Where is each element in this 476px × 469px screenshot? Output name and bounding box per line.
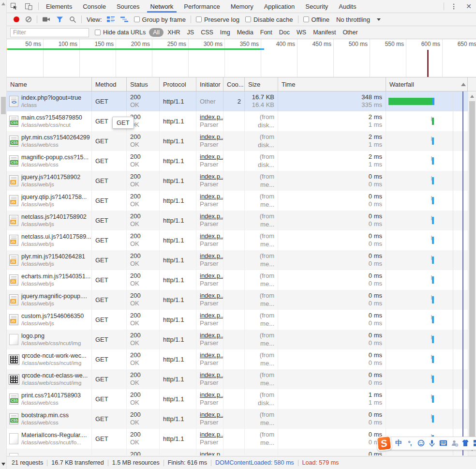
table-row[interactable]: qrcode-ncut-eclass-we.../iclass/web/css/… [7,369,468,389]
group-by-frame-checkbox[interactable]: Group by frame [134,16,186,23]
ime-chinese-mode-icon[interactable]: 中 [395,439,402,447]
filter-pill-font[interactable]: Font [257,28,275,37]
tab-elements[interactable]: Elements [41,0,77,13]
initiator-link[interactable]: index.p... [200,113,223,121]
tab-application[interactable]: Application [259,0,300,13]
initiator-link[interactable]: index.p... [200,212,223,220]
scroll-down-icon[interactable] [1,463,5,466]
table-row[interactable]: JSnetclass.ui.js?14017589.../iclass/web/… [7,230,468,250]
ime-punctuation-icon[interactable]: °, [406,439,414,447]
table-row[interactable]: JSnetclass.js?1401758902/iclass/web/jsGE… [7,211,468,230]
filter-input[interactable] [10,28,89,37]
use-large-rows-toggle[interactable] [104,16,118,23]
ime-skin-icon[interactable] [461,439,469,447]
table-row[interactable]: CSSmagnific-popup.css?15.../iclass/web/c… [7,151,468,171]
table-row[interactable]: CSSprint.css?1401758903/iclass/web/cssGE… [7,389,468,409]
table-scrollbar-thumb[interactable] [469,101,475,445]
clear-button[interactable] [22,16,35,23]
tab-performance[interactable]: Performance [178,0,225,13]
sogou-logo-icon[interactable]: S [376,435,392,451]
filter-toggle-button[interactable] [53,16,66,23]
scroll-up-icon[interactable] [470,95,474,98]
column-header-waterfall[interactable]: Waterfall [386,77,468,91]
filter-pill-media[interactable]: Media [234,28,256,37]
column-header-protocol[interactable]: Protocol [160,77,196,91]
tab-memory[interactable]: Memory [225,0,259,13]
scroll-up-icon[interactable] [1,2,5,5]
column-header-initiator[interactable]: Initiator [196,77,223,91]
table-row[interactable]: CSSbootstrap.min.css/iclass/web/cssGET20… [7,409,468,429]
initiator-link[interactable]: index.p... [200,292,223,300]
table-row[interactable]: CSSplyr.min.css?1540264299/iclass/web/cs… [7,131,468,151]
table-row[interactable]: logo.png/iclass/web/css/ncut/imgGET200OK… [7,330,468,349]
initiator-link[interactable]: index.p... [200,153,223,161]
filter-pill-img[interactable]: Img [217,28,233,37]
tab-sources[interactable]: Sources [111,0,145,13]
ime-emoji-icon[interactable] [417,439,425,447]
initiator-link[interactable]: index.p... [200,252,223,260]
initiator-link[interactable]: index.p... [200,391,223,399]
left-scrollbar-thumb[interactable] [1,97,6,114]
ime-voice-icon[interactable] [428,439,436,447]
capture-screenshots-button[interactable] [39,16,53,23]
column-header-status[interactable]: Status [127,77,160,91]
filter-pill-xhr[interactable]: XHR [164,28,183,37]
close-devtools-icon[interactable]: ✕ [461,0,476,13]
filter-pill-js[interactable]: JS [184,28,197,37]
preserve-log-checkbox[interactable]: Preserve log [196,16,239,23]
disable-cache-checkbox[interactable]: Disable cache [245,16,293,23]
table-row[interactable]: <>index.php?logout=true/iclassGET200OKht… [7,91,468,111]
show-overview-toggle[interactable] [118,16,131,23]
initiator-link[interactable]: index.p... [200,431,223,439]
initiator-link[interactable]: index.p... [200,371,223,379]
initiator-link[interactable]: index.p... [200,332,223,339]
initiator-link[interactable]: index.p... [200,232,223,240]
filter-pill-all[interactable]: All [149,28,164,37]
initiator-link[interactable]: index.p... [200,272,223,280]
more-options-icon[interactable]: ⋮ [446,0,461,13]
ime-toolbox-grid-icon[interactable] [473,439,476,447]
tab-security[interactable]: Security [300,0,333,13]
table-row[interactable]: qrcode-ncut-work-wec.../iclass/web/css/n… [7,349,468,369]
initiator-link[interactable]: index.p... [200,312,223,319]
table-row[interactable]: CSSmain.css?1545879850/iclass/web/css/nc… [7,111,468,131]
table-row[interactable]: JSjquery.magnific-popup..../iclass/web/j… [7,290,468,310]
filter-pill-other[interactable]: Other [340,28,360,37]
left-scrollbar[interactable] [0,0,7,469]
record-button[interactable] [11,16,22,22]
hide-data-urls-checkbox[interactable]: Hide data URLs [95,29,146,36]
inspect-element-button[interactable] [7,0,21,13]
table-scrollbar[interactable] [468,92,476,456]
ime-account-icon[interactable] [450,439,458,447]
tab-network[interactable]: Network [145,0,179,13]
column-header-time[interactable]: Time [278,77,386,91]
search-button[interactable] [66,16,79,23]
filter-pill-doc[interactable]: Doc [276,28,293,37]
initiator-link[interactable]: index.p... [200,133,223,141]
initiator-link[interactable]: index.p... [200,451,223,455]
initiator-link[interactable]: index.p... [200,351,223,359]
column-header-cookies[interactable]: Coo... [223,77,245,91]
filter-pill-ws[interactable]: WS [294,28,309,37]
initiator-link[interactable]: index.p... [200,173,223,181]
table-row[interactable]: JSplyr.min.js?1540264281/iclass/web/jsGE… [7,250,468,270]
column-header-method[interactable]: Method [92,77,127,91]
request-path: /iclass/web/css [21,141,90,149]
tab-audits[interactable]: Audits [333,0,361,13]
throttling-select[interactable]: No throttling [336,16,381,23]
table-row[interactable]: JSjquery.qtip.js?1401758.../iclass/web/j… [7,191,468,211]
filter-pill-css[interactable]: CSS [198,28,216,37]
table-row[interactable]: JSjquery.js?1401758902/iclass/web/jsGET2… [7,171,468,191]
initiator-link[interactable]: index.p... [200,193,223,200]
column-header-size[interactable]: Size [245,77,278,91]
offline-checkbox[interactable]: Offline [303,16,329,23]
filter-pill-manifest[interactable]: Manifest [310,28,339,37]
ime-keyboard-icon[interactable] [439,439,447,447]
initiator-link[interactable]: index.p... [200,411,223,419]
column-header-name[interactable]: Name [7,77,92,91]
toggle-device-toolbar-button[interactable] [21,0,36,13]
table-row[interactable]: JSecharts.min.js?1540351.../iclass/web/j… [7,270,468,290]
timeline-overview[interactable]: 50 ms100 ms150 ms200 ms250 ms300 ms350 m… [7,39,476,77]
tab-console[interactable]: Console [77,0,111,13]
table-row[interactable]: JScustom.js?1546066350/iclass/web/jsGET2… [7,310,468,330]
